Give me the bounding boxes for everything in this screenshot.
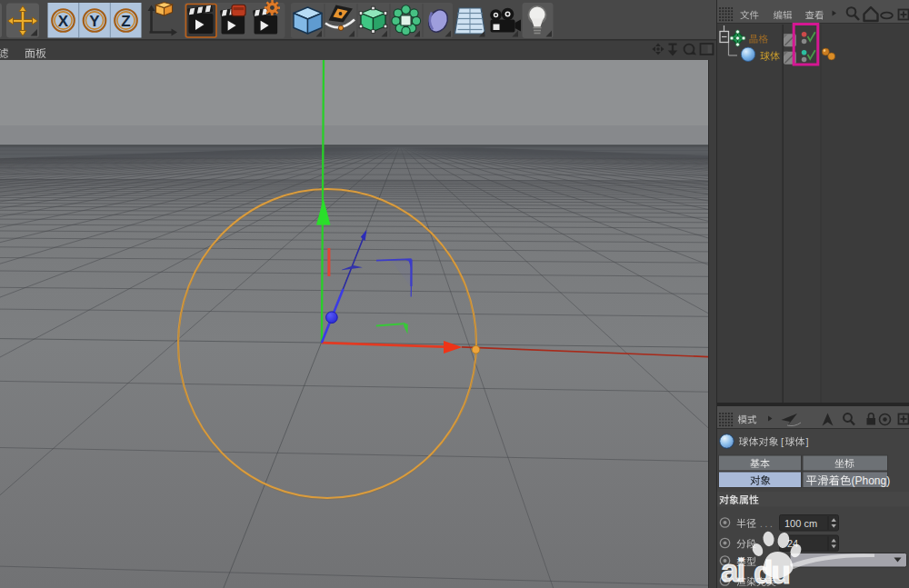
svg-text:]: ] bbox=[806, 436, 809, 447]
svg-text:Y: Y bbox=[89, 13, 100, 30]
svg-text:ai: ai bbox=[721, 553, 744, 588]
svg-text:X: X bbox=[58, 13, 69, 30]
svg-text:Z: Z bbox=[121, 13, 130, 30]
svg-text:du: du bbox=[754, 554, 789, 588]
svg-text:(Phong): (Phong) bbox=[852, 474, 891, 487]
svg-text:[: [ bbox=[781, 436, 784, 447]
